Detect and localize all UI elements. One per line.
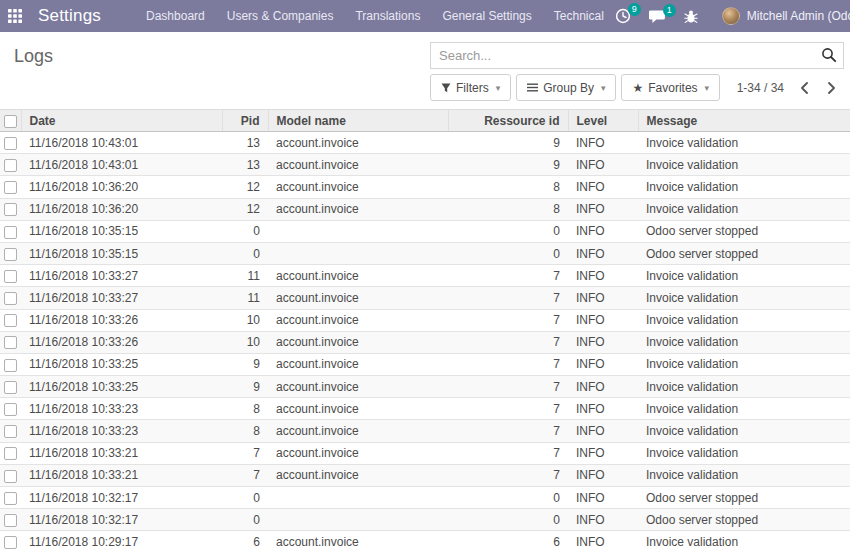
app-name[interactable]: Settings (38, 6, 101, 26)
breadcrumb-title: Logs (14, 42, 53, 101)
navbar-menu-item[interactable]: Technical (554, 9, 604, 23)
log-row[interactable]: 11/16/2018 10:33:27 11 account.invoice 7… (0, 265, 850, 287)
row-checkbox[interactable] (4, 403, 17, 416)
cell-pid: 12 (222, 198, 268, 220)
debug-button[interactable] (684, 9, 698, 24)
activities-badge: 9 (628, 3, 641, 16)
row-checkbox[interactable] (4, 203, 17, 216)
row-checkbox[interactable] (4, 248, 17, 261)
cell-message: Invoice validation (638, 287, 850, 309)
column-header-message[interactable]: Message (638, 110, 850, 132)
row-select-cell (0, 309, 21, 331)
group-by-button[interactable]: Group By ▾ (516, 74, 616, 101)
column-header-resource[interactable]: Ressource id (448, 110, 568, 132)
column-header-date[interactable]: Date (21, 110, 222, 132)
pager: 1-34 / 34 (737, 80, 844, 96)
cell-message: Odoo server stopped (638, 509, 850, 531)
cell-date: 11/16/2018 10:35:15 (21, 242, 222, 264)
row-checkbox[interactable] (4, 425, 17, 438)
cell-resource: 9 (448, 154, 568, 176)
favorites-button[interactable]: ★ Favorites ▾ (621, 74, 720, 101)
log-row[interactable]: 11/16/2018 10:36:20 12 account.invoice 8… (0, 198, 850, 220)
select-all-header (0, 110, 21, 132)
row-checkbox[interactable] (4, 536, 17, 549)
column-header-level[interactable]: Level (568, 110, 638, 132)
pager-value[interactable]: 1-34 / 34 (737, 81, 784, 95)
row-checkbox[interactable] (4, 492, 17, 505)
log-row[interactable]: 11/16/2018 10:29:17 6 account.invoice 6 … (0, 531, 850, 553)
cell-date: 11/16/2018 10:36:20 (21, 176, 222, 198)
log-row[interactable]: 11/16/2018 10:36:20 12 account.invoice 8… (0, 176, 850, 198)
row-checkbox[interactable] (4, 159, 17, 172)
favorites-caret-icon: ▾ (705, 83, 710, 93)
cell-resource: 7 (448, 265, 568, 287)
row-checkbox[interactable] (4, 181, 17, 194)
group-by-button-label: Group By (543, 81, 594, 95)
top-navbar: Settings DashboardUsers & CompaniesTrans… (0, 0, 850, 32)
log-row[interactable]: 11/16/2018 10:33:23 8 account.invoice 7 … (0, 420, 850, 442)
navbar-menu-item[interactable]: Translations (355, 9, 420, 23)
row-checkbox[interactable] (4, 514, 17, 527)
column-header-pid[interactable]: Pid (222, 110, 268, 132)
navbar-menu-item[interactable]: General Settings (442, 9, 531, 23)
user-menu[interactable]: Mitchell Admin (Odoo_12) ▾ (722, 7, 850, 25)
log-row[interactable]: 11/16/2018 10:33:26 10 account.invoice 7… (0, 331, 850, 353)
activities-button[interactable]: 9 (615, 8, 631, 24)
cell-message: Invoice validation (638, 154, 850, 176)
pager-next-button[interactable] (825, 80, 838, 96)
cell-pid: 12 (222, 176, 268, 198)
log-row[interactable]: 11/16/2018 10:32:17 0 0 INFO Odoo server… (0, 487, 850, 509)
select-all-checkbox[interactable] (4, 115, 17, 128)
cell-level: INFO (568, 220, 638, 242)
cell-pid: 8 (222, 398, 268, 420)
apps-menu-button[interactable] (8, 5, 22, 27)
search-input[interactable] (430, 42, 844, 69)
log-row[interactable]: 11/16/2018 10:33:25 9 account.invoice 7 … (0, 353, 850, 375)
cell-message: Invoice validation (638, 420, 850, 442)
row-checkbox[interactable] (4, 359, 17, 372)
log-row[interactable]: 11/16/2018 10:33:21 7 account.invoice 7 … (0, 442, 850, 464)
pager-previous-button[interactable] (798, 80, 811, 96)
row-checkbox[interactable] (4, 314, 17, 327)
filter-funnel-icon (441, 83, 451, 93)
row-checkbox[interactable] (4, 447, 17, 460)
cell-message: Invoice validation (638, 176, 850, 198)
log-row[interactable]: 11/16/2018 10:43:01 13 account.invoice 9… (0, 132, 850, 154)
cell-resource: 7 (448, 309, 568, 331)
cell-level: INFO (568, 154, 638, 176)
log-row[interactable]: 11/16/2018 10:33:25 9 account.invoice 7 … (0, 376, 850, 398)
log-row[interactable]: 11/16/2018 10:35:15 0 0 INFO Odoo server… (0, 242, 850, 264)
cell-model: account.invoice (268, 265, 448, 287)
row-checkbox[interactable] (4, 270, 17, 283)
row-select-cell (0, 220, 21, 242)
log-row[interactable]: 11/16/2018 10:33:26 10 account.invoice 7… (0, 309, 850, 331)
cell-message: Invoice validation (638, 198, 850, 220)
navbar-menu-item[interactable]: Users & Companies (227, 9, 334, 23)
row-checkbox[interactable] (4, 470, 17, 483)
row-select-cell (0, 509, 21, 531)
row-checkbox[interactable] (4, 292, 17, 305)
column-header-model[interactable]: Model name (268, 110, 448, 132)
row-checkbox[interactable] (4, 381, 17, 394)
cell-resource: 7 (448, 420, 568, 442)
cell-pid: 11 (222, 287, 268, 309)
search-icon[interactable] (821, 47, 837, 67)
row-checkbox[interactable] (4, 137, 17, 150)
row-checkbox[interactable] (4, 226, 17, 239)
log-row[interactable]: 11/16/2018 10:35:15 0 0 INFO Odoo server… (0, 220, 850, 242)
cell-date: 11/16/2018 10:43:01 (21, 154, 222, 176)
log-row[interactable]: 11/16/2018 10:33:27 11 account.invoice 7… (0, 287, 850, 309)
log-row[interactable]: 11/16/2018 10:33:21 7 account.invoice 7 … (0, 464, 850, 486)
navbar-menu-item[interactable]: Dashboard (146, 9, 205, 23)
row-checkbox[interactable] (4, 336, 17, 349)
cell-message: Invoice validation (638, 331, 850, 353)
cell-pid: 6 (222, 531, 268, 553)
messages-button[interactable]: 1 (649, 9, 666, 24)
log-row[interactable]: 11/16/2018 10:43:01 13 account.invoice 9… (0, 154, 850, 176)
messages-badge: 1 (663, 4, 676, 17)
filters-button[interactable]: Filters ▾ (430, 74, 511, 101)
log-row[interactable]: 11/16/2018 10:32:17 0 0 INFO Odoo server… (0, 509, 850, 531)
row-select-cell (0, 442, 21, 464)
row-select-cell (0, 464, 21, 486)
log-row[interactable]: 11/16/2018 10:33:23 8 account.invoice 7 … (0, 398, 850, 420)
